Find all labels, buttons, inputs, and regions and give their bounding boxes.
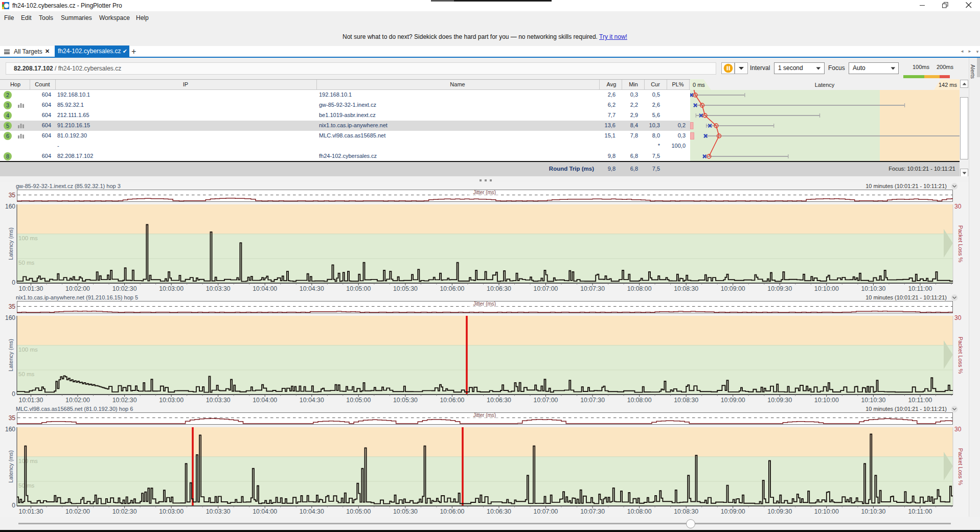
- svg-text:10:10:00: 10:10:00: [814, 508, 839, 515]
- svg-text:142 ms: 142 ms: [939, 82, 958, 88]
- svg-text:Jitter (ms): Jitter (ms): [473, 190, 496, 195]
- svg-text:10:04:00: 10:04:00: [253, 508, 277, 515]
- svg-text:nix1.to.cas.ip-anywhere.net (9: nix1.to.cas.ip-anywhere.net (91.210.16.1…: [16, 294, 138, 300]
- svg-text:160: 160: [5, 203, 15, 210]
- svg-text:MLC.vl98.cas.as15685.net (81.0: MLC.vl98.cas.as15685.net (81.0.192.30) h…: [16, 406, 133, 412]
- svg-text:10:05:00: 10:05:00: [346, 508, 371, 515]
- svg-text:10:02:00: 10:02:00: [65, 508, 90, 515]
- svg-text:100 ms: 100 ms: [18, 458, 38, 464]
- svg-text:10:03:00: 10:03:00: [159, 508, 184, 515]
- svg-text:30: 30: [954, 426, 962, 433]
- svg-text:10:08:00: 10:08:00: [627, 508, 652, 515]
- svg-text:10:04:00: 10:04:00: [253, 397, 277, 404]
- svg-text:35: 35: [9, 414, 16, 422]
- svg-text:Latency (ms): Latency (ms): [8, 339, 14, 372]
- svg-text:10:07:30: 10:07:30: [580, 508, 605, 515]
- svg-text:10:05:30: 10:05:30: [393, 285, 418, 292]
- svg-text:10:02:00: 10:02:00: [65, 397, 90, 404]
- svg-text:10:06:00: 10:06:00: [440, 397, 464, 404]
- svg-text:10:03:00: 10:03:00: [159, 397, 184, 404]
- svg-text:gw-85-92-32-1.inext.cz (85.92.: gw-85-92-32-1.inext.cz (85.92.32.1) hop …: [16, 183, 121, 189]
- svg-text:Latency (ms): Latency (ms): [8, 450, 14, 483]
- svg-text:Packet Loss %: Packet Loss %: [958, 448, 964, 485]
- svg-text:10:08:00: 10:08:00: [627, 285, 652, 292]
- svg-text:35: 35: [9, 192, 16, 199]
- svg-text:50 ms: 50 ms: [18, 371, 35, 377]
- svg-text:10:09:00: 10:09:00: [721, 285, 745, 292]
- svg-text:10:10:30: 10:10:30: [861, 508, 885, 515]
- svg-text:10:05:00: 10:05:00: [346, 397, 371, 404]
- svg-text:10:06:30: 10:06:30: [487, 508, 511, 515]
- svg-text:10:03:00: 10:03:00: [159, 285, 184, 292]
- svg-text:10:02:30: 10:02:30: [112, 285, 137, 292]
- svg-text:10:06:00: 10:06:00: [440, 508, 464, 515]
- svg-text:10:08:30: 10:08:30: [674, 508, 698, 515]
- svg-text:10 minutes (10:01:21 - 10:11:2: 10 minutes (10:01:21 - 10:11:21): [865, 183, 947, 189]
- svg-text:10 minutes (10:01:21 - 10:11:2: 10 minutes (10:01:21 - 10:11:21): [865, 294, 947, 300]
- svg-text:10:05:00: 10:05:00: [346, 285, 371, 292]
- svg-text:100 ms: 100 ms: [18, 235, 38, 241]
- svg-text:0: 0: [12, 502, 15, 509]
- svg-text:10:01:30: 10:01:30: [19, 285, 43, 292]
- svg-text:10:09:30: 10:09:30: [767, 285, 792, 292]
- svg-text:10:02:30: 10:02:30: [112, 508, 137, 515]
- svg-text:10:07:30: 10:07:30: [580, 397, 605, 404]
- svg-text:Packet Loss %: Packet Loss %: [958, 225, 964, 263]
- svg-text:10:04:00: 10:04:00: [253, 285, 277, 292]
- svg-text:10:07:00: 10:07:00: [534, 397, 558, 404]
- svg-text:10:01:30: 10:01:30: [19, 397, 43, 404]
- svg-text:10:07:30: 10:07:30: [580, 285, 605, 292]
- svg-text:10:11:00: 10:11:00: [908, 285, 932, 292]
- svg-text:10:08:30: 10:08:30: [674, 285, 698, 292]
- svg-text:10:07:00: 10:07:00: [534, 508, 558, 515]
- svg-text:30: 30: [954, 203, 962, 210]
- svg-text:Jitter (ms): Jitter (ms): [473, 412, 496, 418]
- svg-text:10:03:30: 10:03:30: [206, 508, 231, 515]
- svg-text:35: 35: [9, 303, 16, 310]
- svg-text:10:02:30: 10:02:30: [112, 397, 137, 404]
- svg-text:Packet Loss %: Packet Loss %: [958, 337, 964, 374]
- svg-text:10:09:30: 10:09:30: [767, 397, 792, 404]
- svg-text:10:08:00: 10:08:00: [627, 397, 652, 404]
- svg-text:Jitter (ms): Jitter (ms): [473, 301, 496, 307]
- svg-text:10:09:00: 10:09:00: [721, 397, 745, 404]
- svg-text:10:06:30: 10:06:30: [487, 285, 511, 292]
- svg-text:10:10:30: 10:10:30: [861, 285, 885, 292]
- svg-text:0: 0: [12, 390, 15, 398]
- svg-text:10:08:30: 10:08:30: [674, 397, 698, 404]
- svg-text:10:07:00: 10:07:00: [534, 285, 558, 292]
- svg-text:10:02:00: 10:02:00: [65, 285, 90, 292]
- svg-text:10:10:30: 10:10:30: [861, 397, 885, 404]
- svg-text:10:05:30: 10:05:30: [393, 508, 418, 515]
- svg-text:10:03:30: 10:03:30: [206, 397, 231, 404]
- svg-text:10:05:30: 10:05:30: [393, 397, 418, 404]
- svg-text:Latency (ms): Latency (ms): [8, 227, 14, 260]
- svg-text:10:04:30: 10:04:30: [300, 285, 324, 292]
- svg-text:160: 160: [5, 426, 15, 433]
- svg-text:10:10:00: 10:10:00: [814, 285, 839, 292]
- svg-text:10:04:30: 10:04:30: [300, 397, 324, 404]
- svg-text:10 minutes (10:01:21 - 10:11:2: 10 minutes (10:01:21 - 10:11:21): [865, 406, 947, 412]
- svg-text:10:03:30: 10:03:30: [206, 285, 231, 292]
- svg-text:100 ms: 100 ms: [18, 346, 38, 353]
- svg-text:10:06:30: 10:06:30: [487, 397, 511, 404]
- svg-text:30: 30: [954, 314, 962, 321]
- svg-text:Latency: Latency: [815, 82, 835, 88]
- svg-text:10:11:00: 10:11:00: [908, 397, 932, 404]
- svg-text:10:06:00: 10:06:00: [440, 285, 464, 292]
- svg-text:10:11:00: 10:11:00: [908, 508, 932, 515]
- svg-text:10:10:00: 10:10:00: [814, 397, 839, 404]
- svg-text:50 ms: 50 ms: [18, 260, 35, 266]
- svg-text:0 ms: 0 ms: [693, 82, 705, 88]
- svg-text:10:04:30: 10:04:30: [300, 508, 324, 515]
- svg-text:160: 160: [5, 314, 15, 321]
- svg-text:10:01:30: 10:01:30: [19, 508, 43, 515]
- svg-text:10:09:00: 10:09:00: [721, 508, 745, 515]
- svg-text:10:09:30: 10:09:30: [767, 508, 792, 515]
- svg-text:0: 0: [12, 279, 15, 286]
